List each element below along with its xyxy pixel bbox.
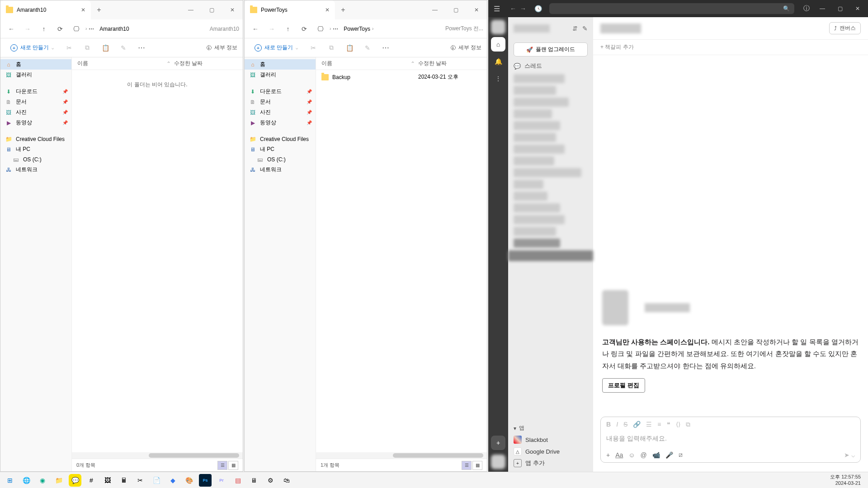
quote-button[interactable]: ❝: [667, 421, 670, 428]
col-date[interactable]: 수정한 날짜: [174, 60, 237, 67]
edge-icon[interactable]: ◉: [36, 474, 49, 487]
detail-button[interactable]: 🛈 세부 정보: [450, 44, 481, 52]
paste-button[interactable]: 📋: [98, 41, 113, 55]
sidebar-item-network[interactable]: 🖧네트워크: [245, 164, 316, 175]
pc-icon[interactable]: 🖵: [313, 22, 328, 36]
minimize-button[interactable]: —: [180, 3, 201, 17]
back-button[interactable]: ←: [248, 22, 263, 36]
chrome-icon[interactable]: 🌐: [20, 474, 33, 487]
maximize-button[interactable]: ▢: [833, 5, 847, 12]
dm-item-active[interactable]: [508, 250, 593, 261]
scrollbar-horizontal[interactable]: [316, 452, 487, 459]
close-icon[interactable]: ✕: [325, 7, 330, 13]
snipping-icon[interactable]: ✂: [134, 474, 146, 487]
upgrade-button[interactable]: 🚀 플랜 업그레이드: [514, 42, 588, 56]
photoshop-icon[interactable]: Ps: [199, 474, 212, 487]
col-sort-icon[interactable]: ⌃: [407, 61, 418, 67]
start-button[interactable]: ⊞: [4, 474, 16, 487]
premiere-icon[interactable]: Pr: [215, 474, 228, 487]
icons-view-button[interactable]: ▦: [228, 461, 238, 470]
app-gdrive[interactable]: △ Google Drive: [508, 446, 593, 457]
app-slackbot[interactable]: Slackbot: [508, 434, 593, 446]
more-crumb[interactable]: ⋯: [333, 26, 338, 32]
details-view-button[interactable]: ☰: [462, 461, 472, 470]
edit-profile-button[interactable]: 프로필 편집: [602, 378, 645, 393]
user-avatar[interactable]: [491, 455, 505, 469]
new-tab-button[interactable]: +: [335, 6, 351, 14]
maximize-button[interactable]: ▢: [201, 3, 222, 17]
sidebar-item-ccf[interactable]: 📁Creative Cloud Files: [245, 134, 316, 144]
breadcrumb-item[interactable]: PowerToys: [344, 26, 370, 32]
sidebar-item-osc[interactable]: 🖴OS (C:): [0, 155, 71, 164]
tab-powertoys[interactable]: PowerToys ✕: [245, 0, 335, 19]
sidebar-item-pc[interactable]: 🖥내 PC: [245, 144, 316, 155]
list-button[interactable]: ☰: [646, 421, 652, 428]
message-input[interactable]: 내용을 입력해주세요.: [601, 432, 860, 447]
bold-button[interactable]: B: [606, 421, 611, 428]
shortcut-button[interactable]: ⧄: [679, 451, 683, 459]
kakaotalk-icon[interactable]: 💬: [69, 474, 81, 487]
sidebar-item-pictures[interactable]: 🖼사진📌: [245, 107, 316, 117]
notifications-icon[interactable]: 🔔: [491, 54, 505, 69]
sidebar-item-network[interactable]: 🖧네트워크: [0, 164, 71, 175]
code-button[interactable]: ⟨⟩: [676, 421, 680, 428]
channel-item[interactable]: [514, 98, 569, 107]
mic-button[interactable]: 🎤: [665, 451, 673, 459]
close-icon[interactable]: ✕: [81, 7, 85, 13]
channel-item[interactable]: [514, 180, 543, 189]
details-view-button[interactable]: ☰: [217, 461, 227, 470]
paint-icon[interactable]: 🎨: [183, 474, 195, 487]
sidebar-item-osc[interactable]: 🖴OS (C:): [245, 155, 316, 164]
sidebar-item-gallery[interactable]: 🖼갤러리: [245, 70, 316, 80]
photos-icon[interactable]: 🖼: [101, 474, 114, 487]
back-button[interactable]: ←: [4, 22, 19, 36]
forward-button[interactable]: →: [264, 22, 279, 36]
settings-icon[interactable]: ⚙: [264, 474, 277, 487]
maximize-button[interactable]: ▢: [445, 3, 466, 17]
strike-button[interactable]: S: [623, 421, 627, 428]
dm-item[interactable]: [514, 227, 556, 236]
workspace-icon[interactable]: [491, 20, 505, 34]
apps-header[interactable]: ▾ 앱: [508, 422, 593, 434]
breadcrumb[interactable]: Amaranth10: [99, 26, 129, 32]
refresh-button[interactable]: ⟳: [297, 22, 311, 36]
more-icon[interactable]: ⋮: [491, 71, 505, 86]
canvas-button[interactable]: ⤴ 캔버스: [829, 22, 861, 34]
sidebar-item-documents[interactable]: 🗎문서📌: [0, 97, 71, 107]
minimize-button[interactable]: —: [425, 3, 445, 17]
minimize-button[interactable]: —: [815, 5, 830, 12]
sidebar-item-downloads[interactable]: ⬇다운로드📌: [245, 86, 316, 97]
home-icon[interactable]: ⌂: [491, 37, 505, 52]
channel-item[interactable]: [514, 168, 581, 177]
forward-button[interactable]: →: [520, 5, 526, 12]
pc-icon[interactable]: 🖵: [69, 22, 84, 36]
forward-button[interactable]: →: [20, 22, 35, 36]
attach-button[interactable]: +: [606, 451, 610, 459]
mention-button[interactable]: @: [641, 451, 647, 459]
channel-item[interactable]: [514, 156, 554, 165]
col-date[interactable]: 수정한 날짜: [418, 60, 481, 67]
channel-item[interactable]: [514, 133, 556, 142]
rename-button[interactable]: ✎: [360, 41, 375, 55]
back-button[interactable]: ←: [510, 5, 516, 12]
cut-button[interactable]: ✂: [62, 41, 76, 55]
search-input[interactable]: 🔍: [549, 3, 794, 14]
channel-item[interactable]: [514, 192, 547, 201]
slack-icon[interactable]: #: [85, 474, 98, 487]
add-bookmark[interactable]: + 책갈피 추가: [593, 40, 868, 55]
up-button[interactable]: ↑: [281, 22, 295, 36]
file-row[interactable]: Backup 2024-03-21 오후: [316, 72, 487, 82]
tab-amaranth[interactable]: Amaranth10 ✕: [0, 0, 91, 19]
more-crumb[interactable]: ⋯: [89, 26, 94, 32]
close-button[interactable]: ✕: [851, 5, 864, 12]
sidebar-item-gallery[interactable]: 🖼갤러리: [0, 70, 71, 80]
dm-item[interactable]: [514, 215, 565, 224]
sidebar-item-pc[interactable]: 🖥내 PC: [0, 144, 71, 155]
sidebar-item-downloads[interactable]: ⬇다운로드📌: [0, 86, 71, 97]
history-icon[interactable]: 🕓: [534, 5, 542, 12]
cut-button[interactable]: ✂: [306, 41, 321, 55]
store-icon[interactable]: 🛍: [280, 474, 293, 487]
help-icon[interactable]: ⓘ: [803, 5, 810, 13]
icons-view-button[interactable]: ▦: [472, 461, 482, 470]
app-icon[interactable]: 🖥: [248, 474, 260, 487]
